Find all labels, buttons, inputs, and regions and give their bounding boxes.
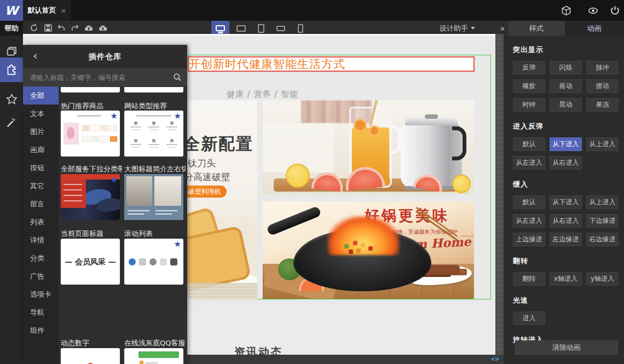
category-item-list[interactable]: 列表 [23,213,59,231]
plugin-card-page-title[interactable]: — 会员风采 — [61,239,120,285]
anim-button[interactable]: 从右进入 [550,214,582,228]
kettle-product-image[interactable] [263,100,474,194]
anim-button[interactable]: 默认 [513,195,545,209]
device-tablet-landscape-button[interactable] [232,21,250,36]
collapse-panel-button[interactable]: » [497,21,508,36]
partial-card[interactable] [124,87,183,93]
category-item-all[interactable]: 全部 [23,86,59,105]
anim-button[interactable]: 时钟 [513,98,545,112]
category-item-component[interactable]: 组件 [23,321,59,339]
anim-button[interactable]: 从上进入 [586,137,619,151]
anim-button[interactable]: 从右进入 [550,156,582,170]
anim-button[interactable]: 从左进入 [513,214,545,228]
anim-group-highlight: 反弹 闪烁 脉冲 橡胶 摇动 摆动 时钟 晃动 果冻 [513,61,619,112]
clear-animation-button[interactable]: 清除动画 [515,340,618,355]
anim-button[interactable]: 右边缘进 [586,233,619,246]
category-item-tabs[interactable]: 选项卡 [23,285,59,303]
plugin-preview-text: — 会员风采 — [61,257,120,267]
code-view-icon[interactable]: <> [492,355,499,363]
favorites-star-icon[interactable] [0,88,23,111]
anim-button[interactable]: 左边缘进 [550,233,582,246]
star-badge-icon: ★ [111,111,118,121]
search-icon[interactable] [173,73,182,82]
plugin-card-big-image-slider[interactable] [124,174,183,220]
anim-button[interactable]: 从上进入 [586,195,619,209]
cloud-upload-icon[interactable] [84,24,93,32]
save-icon[interactable] [44,24,53,32]
anim-button[interactable]: 摆动 [586,79,619,93]
back-arrow-icon[interactable]: ‹ [33,49,38,62]
device-tablet-portrait-button[interactable] [252,21,270,36]
category-item-image[interactable]: 图片 [23,123,59,141]
category-item-gallery[interactable]: 画廊 [23,141,59,159]
preview-eye-icon[interactable] [588,5,598,16]
banner-tagline[interactable]: 健康 / 营养 / 智能 [227,89,298,100]
stirfry-food [353,241,357,245]
magic-wand-icon[interactable] [0,111,23,134]
anim-button[interactable]: 反弹 [513,61,545,74]
plugin-card-dynamic-number[interactable]: 0 [61,348,120,364]
tab-close-icon[interactable]: × [61,7,67,15]
plugin-label: 动态数字 [61,338,122,347]
partial-card[interactable] [61,87,120,93]
category-item-text[interactable]: 文本 [23,105,59,123]
category-item-other[interactable]: 其它 [23,177,59,195]
anim-group-bounce-in: 默认 从下进入 从上进入 从左进入 从右进入 [513,137,619,170]
category-item-ad[interactable]: 广告 [23,267,59,285]
anim-button[interactable]: 脉冲 [586,61,619,74]
anim-button[interactable]: 摇动 [550,79,582,93]
undo-icon[interactable] [57,24,66,32]
category-item-button[interactable]: 按钮 [23,159,59,177]
device-phone-landscape-button[interactable] [271,21,290,36]
anim-button[interactable]: 进入 [513,311,545,325]
anim-button[interactable]: 晃动 [550,98,582,112]
anim-button[interactable]: 果冻 [586,98,619,112]
section-title-highlight: 突出显示 [513,45,619,55]
page-tab-title: 默认首页 [28,5,56,15]
design-assistant-dropdown[interactable]: 设计助手 [440,21,475,36]
anim-button[interactable]: 上边缘进 [513,233,545,246]
category-item-message[interactable]: 留言 [23,195,59,213]
page-tab[interactable]: 默认首页 × [23,0,71,21]
device-phone-portrait-button[interactable] [291,21,309,36]
anim-button[interactable]: 翻转 [513,272,545,286]
cloud-download-icon[interactable] [99,24,107,32]
toolbar: 帮助 设计助手 » 样式 动画 [0,21,624,36]
refresh-icon[interactable] [30,24,38,32]
plugin-card-qq-service[interactable] [124,348,183,364]
app-logo[interactable]: W [0,0,23,21]
plugin-card-hot-products[interactable]: ★ [61,111,120,157]
anim-button[interactable]: 橡胶 [513,79,545,93]
redo-icon[interactable] [71,24,79,32]
plugin-card-dropdown-category[interactable]: ★ [61,174,120,220]
components-cube-icon[interactable] [561,5,571,16]
tab-animation[interactable]: 动画 [565,21,624,36]
anim-button[interactable]: 从下进入 [550,195,582,209]
help-button[interactable]: 帮助 [0,21,23,36]
category-item-detail[interactable]: 详情 [23,231,59,249]
plugin-label: 滚动列表 [124,229,186,238]
plugins-icon[interactable] [0,57,23,82]
anim-button[interactable]: y轴进入 [586,272,619,286]
plugin-card-site-types[interactable]: ★ [124,111,183,157]
anim-button[interactable]: 下边缘进 [586,214,619,228]
anim-button-selected[interactable]: 从下进入 [550,137,582,151]
plugin-search-input[interactable] [23,68,166,86]
category-item-classify[interactable]: 分类 [23,249,59,267]
power-exit-icon[interactable] [610,5,620,16]
device-desktop-button[interactable] [211,21,229,36]
selected-heading-element[interactable]: 开创新时代健康智能生活方式 [188,56,475,72]
anim-button[interactable]: 默认 [513,137,545,151]
anim-button[interactable]: 闪烁 [550,61,582,74]
feature-line1: 钛刀头 [188,157,216,170]
wok-banner-image[interactable]: 好锅更美味 无忧购物，至诚服务为你保驾护航! Warm Home [263,201,474,299]
banner-heading-text: 开创新时代健康智能生活方式 [189,57,345,71]
chevron-down-icon [471,27,475,30]
canvas-scrollbar[interactable] [495,34,504,355]
tab-style[interactable]: 样式 [508,21,565,36]
plugin-preview-number: 0 [61,360,120,364]
plugin-card-scroll-list[interactable]: ★ [124,239,183,285]
anim-button[interactable]: 从左进入 [513,156,545,170]
anim-button[interactable]: x轴进入 [550,272,582,286]
category-item-nav[interactable]: 导航 [23,303,59,321]
